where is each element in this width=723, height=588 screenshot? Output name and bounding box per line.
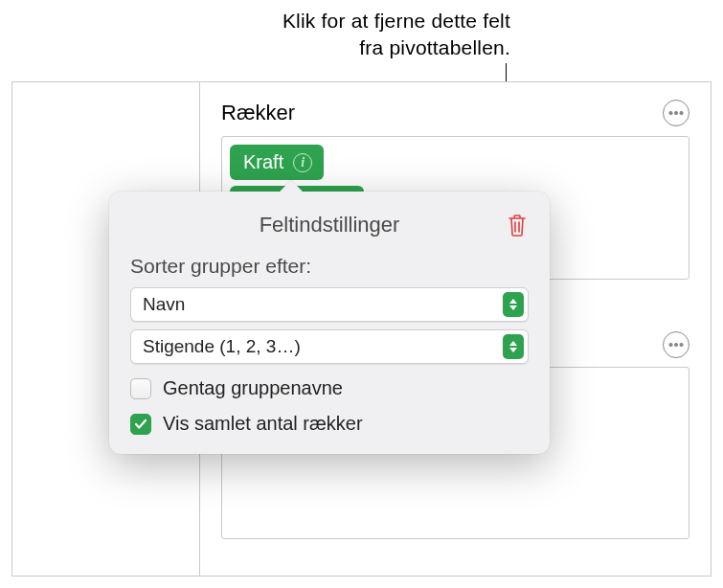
trash-icon [507, 213, 528, 237]
show-totals-row[interactable]: Vis samlet antal rækker [130, 413, 529, 435]
delete-field-button[interactable] [504, 211, 531, 239]
rows-section-title: Rækker [221, 101, 295, 125]
sort-groups-label: Sorter grupper efter: [130, 255, 529, 278]
info-icon[interactable]: i [293, 153, 312, 172]
show-totals-label: Vis samlet antal rækker [163, 413, 363, 435]
sort-by-value: Navn [143, 294, 503, 315]
popover-title: Feltindstillinger [260, 213, 400, 237]
section-more-button[interactable] [663, 331, 689, 358]
sort-order-select[interactable]: Stigende (1, 2, 3…) [130, 329, 529, 364]
callout-line-1: Klik for at fjerne dette felt [282, 8, 510, 34]
repeat-names-checkbox[interactable] [130, 378, 151, 399]
field-chip-kraft[interactable]: Kraft i [230, 145, 324, 180]
popover-header: Feltindstillinger [130, 213, 529, 237]
dropdown-stepper-icon [503, 292, 524, 317]
ellipsis-icon [674, 343, 678, 347]
callout-line-2: fra pivottabellen. [282, 34, 510, 61]
check-icon [134, 418, 147, 431]
rows-more-button[interactable] [663, 100, 689, 126]
popover-arrow [278, 180, 305, 193]
sort-order-value: Stigende (1, 2, 3…) [143, 336, 503, 357]
sort-by-select[interactable]: Navn [130, 287, 529, 322]
dropdown-stepper-icon [503, 334, 524, 359]
rows-section-header: Rækker [221, 100, 689, 126]
ellipsis-icon [674, 111, 678, 115]
repeat-names-row[interactable]: Gentag gruppenavne [130, 377, 529, 399]
show-totals-checkbox[interactable] [130, 414, 151, 435]
field-chip-label: Kraft [243, 151, 283, 173]
repeat-names-label: Gentag gruppenavne [163, 377, 343, 399]
callout-text: Klik for at fjerne dette felt fra pivott… [282, 8, 510, 62]
field-settings-popover: Feltindstillinger Sorter grupper efter: … [109, 192, 550, 454]
